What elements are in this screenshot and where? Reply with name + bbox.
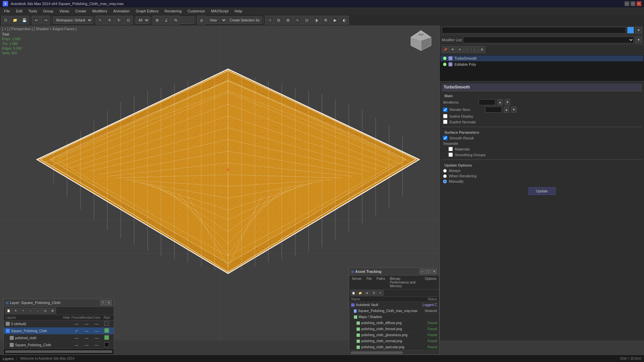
layer-tb-btn4[interactable]: ↑ [27, 308, 34, 314]
menu-customize[interactable]: Customize [185, 8, 208, 14]
toolbar-undo[interactable]: ↩ [32, 16, 41, 24]
asset-row-vault[interactable]: Autodesk Vault Logged C [349, 302, 439, 308]
modifier-bulb-turbosmooth[interactable] [443, 57, 446, 60]
toolbar-named-sel[interactable]: ◎ [197, 16, 206, 24]
layer-tb-btn1[interactable]: 📋 [5, 308, 12, 314]
toolbar-redo[interactable]: ↪ [41, 16, 50, 24]
menu-graph-editors[interactable]: Graph Editors [133, 8, 161, 14]
asset-tb-btn3[interactable]: ⊞ [364, 290, 370, 296]
window-controls[interactable]: ─ □ ✕ [625, 1, 641, 6]
mod-pin-btn[interactable]: 📌 [442, 46, 448, 53]
mod-show-btn[interactable]: 👁 [449, 46, 456, 53]
asset-minimize-btn[interactable]: ─ [420, 269, 425, 274]
modifier-editable-poly[interactable]: E Editable Poly [440, 61, 643, 67]
toolbar-layer[interactable]: ⊞ [284, 16, 292, 24]
toolbar-align[interactable]: ⊟ [274, 16, 283, 24]
viewport-cube[interactable]: TOP [409, 29, 433, 52]
smooth-result-checkbox[interactable] [443, 136, 447, 140]
asset-row-glossiness[interactable]: polishing_cloth_glossiness.png Found [349, 332, 439, 338]
toolbar-mirror[interactable]: ⊣ [265, 16, 274, 24]
asset-menu-file[interactable]: File [364, 276, 374, 289]
asset-tb-btn1[interactable]: 📋 [351, 290, 357, 296]
layer-row-default[interactable]: 0 (default) — — — [4, 320, 114, 327]
layer-row-square2[interactable]: Square_Polishing_Cloth — — — [4, 342, 114, 349]
asset-restore-btn[interactable]: □ [426, 269, 431, 274]
when-rendering-radio[interactable] [443, 174, 447, 178]
asset-menu-bitmap[interactable]: Bitmap Performance and Memory [388, 276, 422, 289]
render-iters-input[interactable]: 2 [485, 107, 502, 113]
object-name-input[interactable]: polished_cloth [442, 27, 626, 34]
toolbar-angle-snap[interactable]: ∠ [162, 16, 171, 24]
mod-remove-btn[interactable]: ✕ [457, 46, 463, 53]
asset-row-max-file[interactable]: Square_Polishing_Cloth_max_vray.max Netw… [349, 308, 439, 314]
toolbar-open[interactable]: 📁 [11, 16, 19, 24]
toolbar-render-setup[interactable]: ⚙ [321, 16, 330, 24]
toolbar-percent-snap[interactable]: % [171, 16, 180, 24]
layer-panel-controls[interactable]: ? ✕ [100, 300, 112, 305]
asset-row-diffuse[interactable]: polishing_cloth_diffuse.png Found [349, 320, 439, 326]
toolbar-scale[interactable]: ⊡ [124, 16, 132, 24]
asset-panel-controls[interactable]: ─ □ ✕ [420, 269, 437, 274]
modifier-turbosmooth[interactable]: T TurboSmooth [440, 55, 643, 61]
asset-menu-server[interactable]: Server [350, 276, 364, 289]
layer-delete-btn[interactable]: ✕ [12, 308, 19, 314]
asset-menu-paths[interactable]: Paths [375, 276, 387, 289]
toolbar-new[interactable]: 🗋 [1, 16, 10, 24]
asset-row-normal[interactable]: polishing_cloth_normal.png Found [349, 338, 439, 344]
menu-animation[interactable]: Animation [111, 8, 132, 14]
asset-tb-btn2[interactable]: 📁 [357, 290, 363, 296]
toolbar-render[interactable]: ▶ [331, 16, 339, 24]
toolbar-move[interactable]: ✛ [105, 16, 114, 24]
always-radio[interactable] [443, 169, 447, 173]
close-button[interactable]: ✕ [637, 1, 641, 6]
mod-move-up-btn[interactable]: ↑ [464, 46, 471, 53]
menu-group[interactable]: Group [40, 8, 56, 14]
filter-dropdown[interactable]: All [136, 16, 150, 24]
smoothing-groups-checkbox[interactable] [448, 153, 453, 157]
minimize-button[interactable]: ─ [625, 1, 629, 6]
menu-help[interactable]: Help [232, 8, 245, 14]
menu-create[interactable]: Create [72, 8, 89, 14]
iterations-down[interactable]: ▼ [505, 99, 510, 105]
layers-button[interactable]: Layers [3, 357, 14, 361]
layer-tb-btn5[interactable]: ↓ [35, 308, 41, 314]
explicit-normals-checkbox[interactable] [443, 120, 447, 124]
layer-close-btn[interactable]: ✕ [106, 300, 112, 305]
render-iters-checkbox[interactable] [443, 108, 447, 112]
layer-tb-btn7[interactable]: ⊞ [49, 308, 56, 314]
asset-scrollbar-thumb[interactable] [351, 351, 403, 354]
toolbar-snap[interactable]: ⊞ [153, 16, 161, 24]
toolbar-rotate[interactable]: ↻ [114, 16, 123, 24]
menu-rendering[interactable]: Rendering [162, 8, 184, 14]
menu-maxscript[interactable]: MAXScript [208, 8, 231, 14]
toolbar-activeshade[interactable]: ◐ [340, 16, 349, 24]
layer-help-btn[interactable]: ? [100, 300, 106, 305]
iterations-up[interactable]: ▲ [497, 99, 503, 105]
toolbar-select[interactable]: ↖ [96, 16, 104, 24]
asset-scrollbar-track[interactable] [351, 351, 438, 354]
isoline-checkbox[interactable] [443, 114, 447, 118]
view-dropdown[interactable]: View [207, 16, 227, 24]
layer-add-btn[interactable]: + [20, 308, 26, 314]
toolbar-curve-editor[interactable]: ∿ [293, 16, 302, 24]
modifier-bulb-editable-poly[interactable] [443, 63, 446, 66]
asset-tb-btn4[interactable]: ☰ [371, 290, 377, 296]
mod-configure-btn[interactable]: ⚙ [479, 46, 485, 53]
update-button[interactable]: Update [529, 187, 555, 195]
menu-edit[interactable]: Edit [13, 8, 25, 14]
workspace-dropdown[interactable]: Workspace: Default [53, 16, 93, 24]
asset-close-btn[interactable]: ✕ [432, 269, 437, 274]
toolbar-material[interactable]: ◑ [312, 16, 321, 24]
toolbar-save[interactable]: 💾 [20, 16, 29, 24]
object-settings-btn[interactable]: ▼ [635, 27, 642, 34]
asset-row-specular[interactable]: polishing_cloth_specular.png Found [349, 344, 439, 350]
layer-row-polished-cloth[interactable]: polished_cloth — — — [4, 335, 114, 342]
asset-tb-btn5[interactable]: ≡ [377, 290, 383, 296]
toolbar-schematic[interactable]: ⊡ [303, 16, 311, 24]
manually-radio[interactable] [443, 180, 447, 183]
restore-button[interactable]: □ [631, 1, 635, 6]
iterations-input[interactable]: 0 [479, 99, 495, 105]
asset-row-maps[interactable]: Maps / Shaders [349, 314, 439, 320]
modifier-dropdown[interactable] [463, 37, 634, 43]
asset-menu-options[interactable]: Options [423, 276, 438, 289]
